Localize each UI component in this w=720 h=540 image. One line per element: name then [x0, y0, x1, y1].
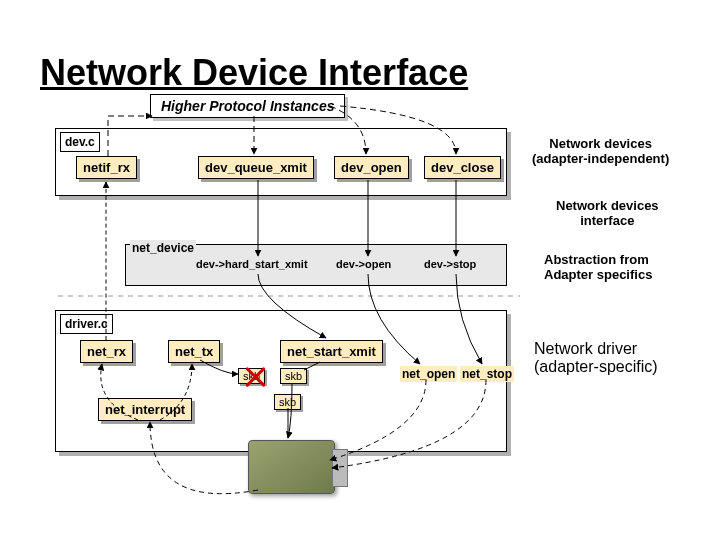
- dev-queue-xmit-fn: dev_queue_xmit: [198, 156, 314, 179]
- label-abstraction: Abstraction from Adapter specifics: [544, 252, 652, 282]
- label-adapter-specific: Network driver (adapter-specific): [534, 340, 658, 376]
- devc-label: dev.c: [60, 132, 100, 152]
- net-stop-fn: net_stop: [460, 366, 514, 382]
- net-start-xmit-fn: net_start_xmit: [280, 340, 383, 363]
- net-device-label: net_device: [130, 240, 196, 256]
- net-interrupt-fn: net_interrupt: [98, 398, 192, 421]
- cross-icon: [244, 366, 266, 388]
- nic-hardware-icon: [248, 440, 335, 494]
- netif-rx-fn: netif_rx: [76, 156, 137, 179]
- net-rx-fn: net_rx: [80, 340, 133, 363]
- dev-close-fn: dev_close: [424, 156, 501, 179]
- ptr-open: dev->open: [336, 258, 391, 270]
- ptr-stop: dev->stop: [424, 258, 476, 270]
- skb-box-3: skb: [274, 394, 301, 410]
- net-tx-fn: net_tx: [168, 340, 220, 363]
- dev-open-fn: dev_open: [334, 156, 409, 179]
- driverc-label: driver.c: [60, 314, 113, 334]
- label-adapter-independent: Network devices (adapter-independent): [532, 136, 669, 166]
- higher-protocol-box: Higher Protocol Instances: [150, 94, 345, 118]
- skb-box-2: skb: [280, 368, 307, 384]
- label-interface: Network devices interface: [556, 198, 659, 228]
- diagram: Network Device Interface Higher Protocol…: [0, 0, 720, 540]
- ptr-hard-start-xmit: dev->hard_start_xmit: [196, 258, 308, 270]
- page-title: Network Device Interface: [40, 52, 468, 94]
- net-open-fn: net_open: [400, 366, 457, 382]
